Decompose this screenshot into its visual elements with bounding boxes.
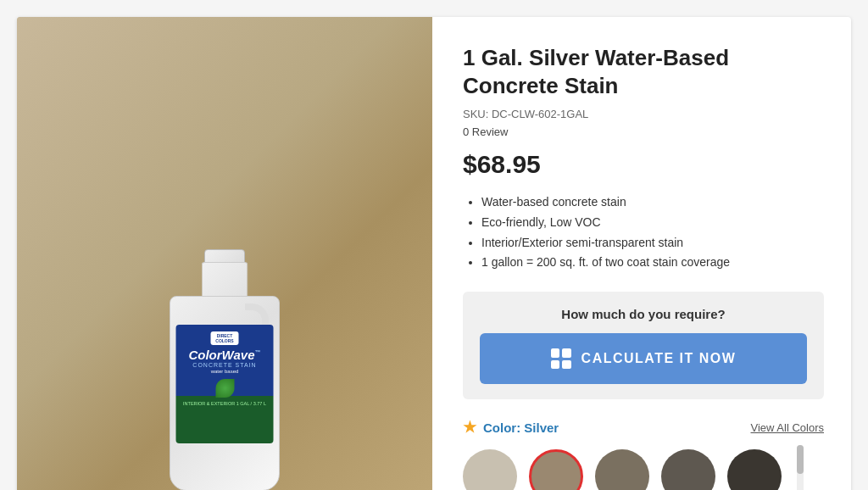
product-image-section: DIRECT COLORS ColorWave™ CONCRETE STAIN … xyxy=(17,17,432,490)
color-swatches-wrapper: WhiteSilverStone GraySteel GrayIron Gray xyxy=(463,445,824,490)
swatch-item[interactable]: Silver xyxy=(529,449,583,490)
bottle-sub: water based xyxy=(211,369,239,374)
color-label: ★ Color: Silver xyxy=(463,418,559,437)
brand-logo: DIRECT COLORS xyxy=(210,331,238,345)
sku-value: DC-CLW-602-1GAL xyxy=(492,108,588,120)
bottle-bottom-text: INTERIOR & EXTERIOR 1 GAL / 3.77 L xyxy=(183,401,266,407)
calculate-button[interactable]: CALCULATE IT NOW xyxy=(480,333,807,384)
color-header: ★ Color: Silver View All Colors xyxy=(463,418,824,437)
product-sku: SKU: DC-CLW-602-1GAL xyxy=(463,108,824,120)
scrollbar-thumb xyxy=(797,445,804,474)
swatch-item[interactable]: White xyxy=(463,449,517,490)
scrollbar-track xyxy=(797,445,804,490)
view-all-colors-link[interactable]: View All Colors xyxy=(751,421,824,434)
calculator-box: How much do you require? CALCULATE IT NO… xyxy=(463,292,824,399)
calculator-question: How much do you require? xyxy=(480,307,807,321)
feature-item: 1 gallon = 200 sq. ft. of two coat stain… xyxy=(481,253,824,273)
swatches-scroll: WhiteSilverStone GraySteel GrayIron Gray xyxy=(463,449,790,490)
product-title: 1 Gal. Silver Water-Based Concrete Stain xyxy=(463,44,824,99)
eco-leaf-icon xyxy=(215,379,234,398)
swatch-circle xyxy=(727,449,782,490)
bottle-body: DIRECT COLORS ColorWave™ CONCRETE STAIN … xyxy=(170,296,280,490)
bottle-label: DIRECT COLORS ColorWave™ CONCRETE STAIN … xyxy=(176,325,274,443)
swatch-item[interactable]: Iron Gray xyxy=(727,449,782,490)
swatch-circle xyxy=(661,449,715,490)
product-reviews: 0 Review xyxy=(463,125,824,138)
product-container: DIRECT COLORS ColorWave™ CONCRETE STAIN … xyxy=(17,17,851,490)
bottle-brand-name: ColorWave™ xyxy=(188,348,260,361)
calculate-button-label: CALCULATE IT NOW xyxy=(581,351,737,366)
sku-label: SKU: xyxy=(463,108,488,120)
product-price: $68.95 xyxy=(463,150,824,179)
bottle-type: CONCRETE STAIN xyxy=(192,362,256,368)
swatch-item[interactable]: Stone Gray xyxy=(595,449,649,490)
color-section: ★ Color: Silver View All Colors WhiteSil… xyxy=(463,418,824,490)
calculator-grid-icon xyxy=(551,348,571,369)
logo-line2: COLORS xyxy=(215,338,233,343)
feature-item: Eco-friendly, Low VOC xyxy=(481,213,824,233)
swatch-item[interactable]: Steel Gray xyxy=(661,449,715,490)
star-icon: ★ xyxy=(463,418,476,437)
product-features: Water-based concrete stainEco-friendly, … xyxy=(463,192,824,273)
feature-item: Interior/Exterior semi-transparent stain xyxy=(481,233,824,253)
product-info-section: 1 Gal. Silver Water-Based Concrete Stain… xyxy=(432,17,851,490)
product-bottle: DIRECT COLORS ColorWave™ CONCRETE STAIN … xyxy=(148,245,301,490)
feature-item: Water-based concrete stain xyxy=(481,192,824,213)
swatch-circle xyxy=(595,449,649,490)
color-name: Color: Silver xyxy=(483,420,559,435)
swatch-circle xyxy=(529,449,583,490)
swatch-circle xyxy=(463,449,517,490)
